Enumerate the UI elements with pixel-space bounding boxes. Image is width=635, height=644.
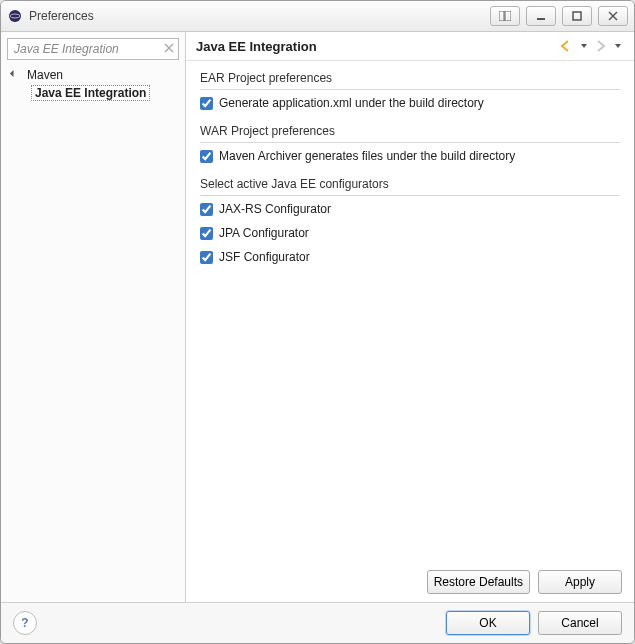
main-header: Java EE Integration — [186, 32, 634, 61]
checkbox-jaxrs-configurator[interactable]: JAX-RS Configurator — [200, 202, 620, 216]
nav-arrows — [558, 38, 624, 54]
checkbox-label: JSF Configurator — [219, 250, 310, 264]
group-ear-preferences: EAR Project preferences Generate applica… — [200, 71, 620, 110]
close-button[interactable] — [598, 6, 628, 26]
group-configurators: Select active Java EE configurators JAX-… — [200, 177, 620, 264]
tree-item-label: Maven — [25, 68, 65, 82]
svg-point-0 — [9, 10, 21, 22]
eclipse-icon — [7, 8, 23, 24]
back-icon[interactable] — [558, 38, 576, 54]
footer: ? OK Cancel — [1, 602, 634, 643]
tree-item-label: Java EE Integration — [31, 85, 150, 101]
group-war-preferences: WAR Project preferences Maven Archiver g… — [200, 124, 620, 163]
forward-menu-icon[interactable] — [612, 38, 624, 54]
preference-tree: Maven Java EE Integration — [7, 66, 179, 596]
page-title: Java EE Integration — [196, 39, 558, 54]
expander-icon[interactable] — [11, 70, 21, 80]
ok-button[interactable]: OK — [446, 611, 530, 635]
cancel-button[interactable]: Cancel — [538, 611, 622, 635]
checkbox-input[interactable] — [200, 150, 213, 163]
svg-rect-3 — [505, 11, 511, 21]
checkbox-input[interactable] — [200, 227, 213, 240]
checkbox-generate-application-xml[interactable]: Generate application.xml under the build… — [200, 96, 620, 110]
forward-icon[interactable] — [592, 38, 610, 54]
group-title: WAR Project preferences — [200, 124, 620, 138]
dialog-body: Maven Java EE Integration Java EE Integr… — [1, 32, 634, 602]
group-title: Select active Java EE configurators — [200, 177, 620, 191]
maximize-button[interactable] — [562, 6, 592, 26]
help-button[interactable]: ? — [13, 611, 37, 635]
checkbox-label: Generate application.xml under the build… — [219, 96, 484, 110]
svg-rect-2 — [499, 11, 504, 21]
minimize-button[interactable] — [526, 6, 556, 26]
checkbox-maven-archiver[interactable]: Maven Archiver generates files under the… — [200, 149, 620, 163]
window-buttons — [490, 6, 628, 26]
checkbox-input[interactable] — [200, 251, 213, 264]
clear-filter-icon[interactable] — [160, 43, 174, 55]
checkbox-label: JPA Configurator — [219, 226, 309, 240]
toggle-tree-button[interactable] — [490, 6, 520, 26]
preferences-window: Preferences — [0, 0, 635, 644]
checkbox-jsf-configurator[interactable]: JSF Configurator — [200, 250, 620, 264]
checkbox-input[interactable] — [200, 203, 213, 216]
titlebar: Preferences — [1, 1, 634, 32]
checkbox-input[interactable] — [200, 97, 213, 110]
checkbox-label: JAX-RS Configurator — [219, 202, 331, 216]
main-panel: Java EE Integration — [186, 32, 634, 602]
sidebar: Maven Java EE Integration — [1, 32, 186, 602]
window-title: Preferences — [29, 9, 490, 23]
apply-button[interactable]: Apply — [538, 570, 622, 594]
tree-item-java-ee-integration[interactable]: Java EE Integration — [7, 84, 179, 102]
checkbox-jpa-configurator[interactable]: JPA Configurator — [200, 226, 620, 240]
restore-defaults-button[interactable]: Restore Defaults — [427, 570, 530, 594]
svg-rect-5 — [573, 12, 581, 20]
back-menu-icon[interactable] — [578, 38, 590, 54]
filter-box[interactable] — [7, 38, 179, 60]
main-content: EAR Project preferences Generate applica… — [186, 61, 634, 562]
group-title: EAR Project preferences — [200, 71, 620, 85]
tree-item-maven[interactable]: Maven — [7, 66, 179, 84]
page-button-row: Restore Defaults Apply — [186, 562, 634, 602]
checkbox-label: Maven Archiver generates files under the… — [219, 149, 515, 163]
filter-input[interactable] — [12, 41, 160, 57]
